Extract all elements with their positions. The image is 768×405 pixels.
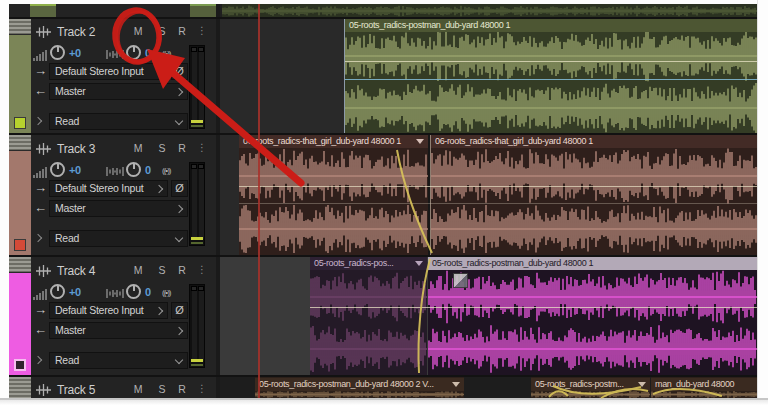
track4-solo-button[interactable]: S xyxy=(154,264,170,276)
clip-header[interactable]: 06-roots_radics-that_girl_dub-yard 48000… xyxy=(431,135,758,148)
clip-boundary xyxy=(428,135,430,255)
track5-clip-3[interactable]: man_dub-yard 48000 xyxy=(651,377,757,398)
track3-mute-button[interactable]: M xyxy=(130,142,146,154)
waveform xyxy=(310,257,427,375)
fade-handle[interactable] xyxy=(453,273,468,288)
track4-input-label: Default Stereo Input xyxy=(55,304,143,316)
output-arrow-icon: ← xyxy=(34,84,47,97)
track-divider xyxy=(9,375,757,377)
input-arrow-icon: → xyxy=(34,181,47,194)
clip-header[interactable]: man_dub-yard 48000 xyxy=(651,378,757,391)
clip-header[interactable]: 06-roots_radics-that_girl_dub-yard 48000… xyxy=(239,135,428,148)
track3-output-select[interactable]: Master xyxy=(49,200,188,217)
track1-clip-partial[interactable] xyxy=(222,4,757,17)
track4-mute-button[interactable]: M xyxy=(130,264,146,276)
clip-header[interactable]: 05-roots_radics-postman_dub-yard 48000 1 xyxy=(345,19,758,32)
clip-header-selected[interactable]: 05-roots_radics-postman_dub-yard 48000 1 xyxy=(428,257,757,270)
clip-dropdown-icon[interactable] xyxy=(415,261,423,266)
track5-clip-1[interactable]: 05-roots_radics-postman_dub-yard 48000 2… xyxy=(255,377,464,398)
track2-automation-select[interactable]: Read xyxy=(49,113,188,130)
clip-dropdown-icon[interactable] xyxy=(416,139,424,144)
track3-gain-value: +0 xyxy=(69,164,81,176)
chevron-right-icon xyxy=(155,307,163,315)
track4-clip-1[interactable]: 05-roots_radics-pos... xyxy=(310,257,427,375)
pan-icon xyxy=(106,288,124,299)
track4-color-button[interactable] xyxy=(14,359,26,371)
track2-output-label: Master xyxy=(55,85,86,97)
track4-record-button[interactable]: R xyxy=(174,264,190,276)
volume-envelope-track3[interactable] xyxy=(239,186,757,187)
track3-phase-button[interactable]: Ø xyxy=(171,180,188,197)
track5-solo-button[interactable]: S xyxy=(154,383,170,395)
output-arrow-icon: ← xyxy=(34,201,47,214)
track2-record-button[interactable]: R xyxy=(174,25,190,37)
track2-name[interactable]: Track 2 xyxy=(57,25,95,39)
clip-header[interactable]: 05-roots_radics-postman_dub-yard 48000 2… xyxy=(255,378,464,391)
clip-header[interactable]: 05-roots_radics-postm... xyxy=(531,378,650,391)
track4-pan-knob[interactable] xyxy=(126,284,141,299)
track2-color-button[interactable] xyxy=(14,117,26,129)
clip-header[interactable]: 05-roots_radics-pos... xyxy=(310,257,427,270)
track3-record-button[interactable]: R xyxy=(174,142,190,154)
pan-envelope-track2[interactable] xyxy=(345,79,757,80)
track-divider xyxy=(9,133,757,135)
track4-name[interactable]: Track 4 xyxy=(57,264,95,278)
track3-more-menu[interactable]: ⋮ xyxy=(197,142,206,153)
track4-output-label: Master xyxy=(55,324,86,336)
track2-more-menu[interactable]: ⋮ xyxy=(197,25,206,36)
track5-record-button[interactable]: R xyxy=(174,383,190,395)
track4-phase-button[interactable]: Ø xyxy=(171,302,188,319)
track3-automation-select[interactable]: Read xyxy=(49,230,188,247)
track5-name[interactable]: Track 5 xyxy=(57,383,95,397)
track3-input-select[interactable]: Default Stereo Input xyxy=(49,180,168,197)
track4-automation-select[interactable]: Read xyxy=(49,352,188,369)
output-arrow-icon: ← xyxy=(34,323,47,336)
track3-clip-2[interactable]: 06-roots_radics-that_girl_dub-yard 48000… xyxy=(430,135,758,255)
track2-pan-knob[interactable] xyxy=(126,45,141,60)
volume-envelope-track4[interactable] xyxy=(310,307,757,308)
channel-divider-track3 xyxy=(239,203,757,204)
track3-color-button[interactable] xyxy=(14,239,26,251)
track2-solo-button[interactable]: S xyxy=(154,25,170,37)
track4-drag-grille xyxy=(9,257,31,273)
clip-label: 05-roots_radics-postman_dub-yard 48000 2… xyxy=(259,379,434,389)
track5-mute-button[interactable]: M xyxy=(130,383,146,395)
track4-gain-knob[interactable] xyxy=(50,284,65,299)
chevron-down-icon xyxy=(175,356,183,364)
playhead[interactable] xyxy=(258,4,260,398)
track5-more-menu[interactable]: ⋮ xyxy=(197,383,206,394)
track3-pan-value: 0 xyxy=(145,164,151,176)
track3-automation-label: Read xyxy=(55,232,79,244)
track2-output-select[interactable]: Master xyxy=(49,83,188,100)
track2-clip[interactable]: 05-roots_radics-postman_dub-yard 48000 1 xyxy=(344,19,758,133)
track3-gain-knob[interactable] xyxy=(50,162,65,177)
volume-envelope-track2[interactable] xyxy=(345,61,757,62)
track4-more-menu[interactable]: ⋮ xyxy=(197,264,206,275)
track4-output-select[interactable]: Master xyxy=(49,322,188,339)
clip-dropdown-icon[interactable] xyxy=(452,382,460,387)
track3-monitor-button[interactable]: ((•)) xyxy=(162,166,170,175)
track2-color-strip xyxy=(9,19,31,133)
track2-pan-value: 0 xyxy=(145,47,151,59)
track3-name[interactable]: Track 3 xyxy=(57,142,95,156)
track5-clip-2[interactable]: 05-roots_radics-postm... xyxy=(531,377,650,398)
track4-monitor-button[interactable]: ((•)) xyxy=(162,288,170,297)
track3-clip-1[interactable]: 06-roots_radics-that_girl_dub-yard 48000… xyxy=(239,135,428,255)
frame-top xyxy=(0,0,768,4)
header-timeline-divider xyxy=(216,4,220,398)
track2-monitor-button[interactable]: ((•)) xyxy=(162,49,170,58)
clip-dropdown-icon[interactable] xyxy=(638,382,646,387)
chevron-right-icon xyxy=(175,88,183,96)
track2-mute-button[interactable]: M xyxy=(130,25,146,37)
track2-input-select[interactable]: Default Stereo Input xyxy=(49,63,168,80)
waveform xyxy=(239,135,428,255)
track4-input-select[interactable]: Default Stereo Input xyxy=(49,302,168,319)
track4-clip-2-selected[interactable]: 05-roots_radics-postman_dub-yard 48000 1 xyxy=(428,257,757,375)
track2-gain-value: +0 xyxy=(69,47,81,59)
track2-phase-button[interactable]: Ø xyxy=(171,63,188,80)
track3-solo-button[interactable]: S xyxy=(154,142,170,154)
track3-pan-knob[interactable] xyxy=(126,162,141,177)
track2-gain-knob[interactable] xyxy=(50,45,65,60)
track5-drag-grille xyxy=(9,377,31,399)
clip-label: 05-roots_radics-postm... xyxy=(535,379,624,389)
